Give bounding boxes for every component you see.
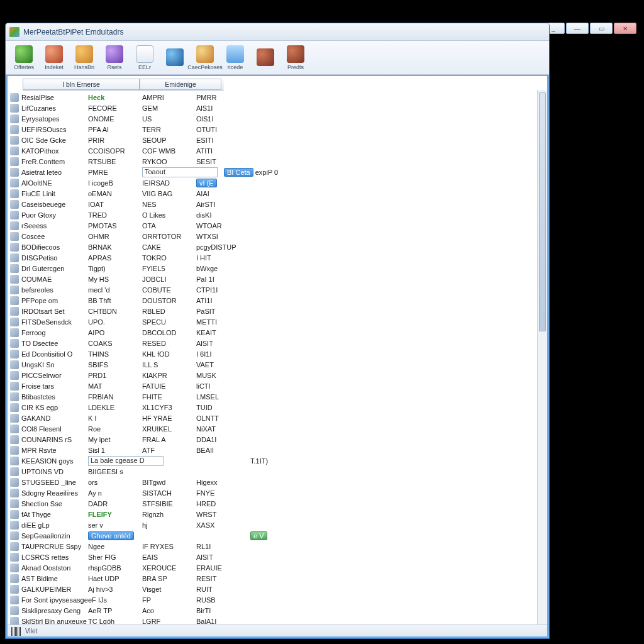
table-row[interactable]: diEE gLpser vhjXASX xyxy=(10,519,545,530)
table-row[interactable]: OIC Sde GckePRIRSEOUPESITI xyxy=(10,135,545,145)
row-col2: COBUTE xyxy=(142,286,196,294)
table-row[interactable]: Drl GutercgenTigpt)FYIEL5bWxge xyxy=(10,263,545,274)
toolbar-button-4[interactable]: EELr xyxy=(130,43,159,73)
table-row[interactable]: LCSRCS rettesSher FIGEAISAlSIT xyxy=(10,552,545,562)
toolbar-button-6[interactable]: CaecPekoses xyxy=(191,43,219,73)
toolbar-button-7[interactable]: ricede xyxy=(221,43,250,73)
toolbar-button-8[interactable] xyxy=(251,43,280,73)
row-name: Ed Dcontisitiol O xyxy=(21,350,88,358)
table-row[interactable]: Aknad OoststonrhspGDBBXEROUCEERAUIE xyxy=(10,562,545,573)
table-row[interactable]: IRDOtsart SetCHTBDNRBLEDPaSIT xyxy=(10,306,545,316)
table-row[interactable]: fAt ThygeFLEIFYRignzhWRST xyxy=(10,509,545,519)
table-row[interactable]: UPTOINS VDBIIGEESI s xyxy=(10,466,545,477)
table-row[interactable]: Sisklipresaxy GengAeR TPAcoBirTI xyxy=(10,605,545,616)
selection-badge[interactable]: BI Ceta xyxy=(224,168,253,177)
toolbar-label: Offertes xyxy=(14,64,34,70)
row-col2: DBCOLOD xyxy=(142,329,196,336)
toolbar-button-3[interactable]: Rsets xyxy=(100,43,129,73)
table-row[interactable]: KEEASION goysLa bale cgease DT.1IT) xyxy=(10,455,545,466)
row-icon xyxy=(10,114,19,123)
table-row[interactable]: COUNARINS rSMy ipetFRAL ADDA1I xyxy=(10,434,545,445)
table-row[interactable]: AIOoItlNEI icogeBIEIRSADvI (E xyxy=(10,177,545,188)
row-icon xyxy=(10,104,19,113)
table-row[interactable]: COl8 FlesenlRoeXRUIKELNiXAT xyxy=(10,423,545,434)
table-row[interactable]: rSeeessPMOTASOTAWTOAR xyxy=(10,220,545,231)
toolbar-label: EELr xyxy=(138,64,151,70)
close-button[interactable]: ✕ xyxy=(614,23,636,34)
row-icon xyxy=(10,243,19,252)
table-row[interactable]: AST BidimeHaet UDPBRA SPRESIT xyxy=(10,573,545,584)
table-row[interactable]: befsreolesmecl 'dCOBUTECTPI1I xyxy=(10,284,545,295)
table-row[interactable]: FerroogAIPODBCOLODKEAIT xyxy=(10,327,545,338)
table-row[interactable]: GAKANDK IHF YRAEOLNTT xyxy=(10,413,545,423)
table-row[interactable]: BODifiecoosBRNAKCAKEpcgyDISTUP xyxy=(10,242,545,252)
table-row[interactable]: BtibastctesFRBIANFHITELMSEL xyxy=(10,391,545,402)
row-col2: SISTACH xyxy=(142,489,196,497)
table-row[interactable]: SepGeaailonzinGheve ontéde V xyxy=(10,530,545,541)
table-row[interactable]: FreR.ConttemRTSUBERYKOOSESIT xyxy=(10,156,545,167)
table-row[interactable]: ResialPiseHeckAMPRIPMRR xyxy=(10,92,545,103)
row-col3: I 6I1I xyxy=(196,350,240,358)
table-row[interactable]: TAUPRCRUE SspyNgeeIF RYXESRL1I xyxy=(10,541,545,552)
column-header-2[interactable]: Emidenige xyxy=(140,79,221,90)
green-badge[interactable]: e V xyxy=(250,531,267,540)
table-row[interactable]: STUGSEED _lineorsBITgwdHigexx xyxy=(10,477,545,487)
table-row[interactable]: GALKUPEIMERAj hiv>3VisgetRUIT xyxy=(10,584,545,594)
toolbar-button-1[interactable]: Indeket xyxy=(40,43,69,73)
table-row[interactable]: FITSDeSensdckUPO.SPECUMETTI xyxy=(10,316,545,327)
table-row[interactable]: COUMAEMy HSJOBCLIPaI 1I xyxy=(10,274,545,284)
table-row[interactable]: PFPope omBB ThftDOUSTORATI1I xyxy=(10,295,545,306)
table-row[interactable]: DISGPetisoAPRASTOKROI HIT xyxy=(10,252,545,263)
vertical-scrollbar[interactable] xyxy=(537,90,547,625)
table-row[interactable]: MPR RsvteSisl 1ATFBEAII xyxy=(10,445,545,455)
inline-edit-field[interactable]: La bale cgease D xyxy=(88,456,164,466)
titlebar[interactable]: MerPeetatBtPiPet Emduitadrs xyxy=(6,23,549,41)
table-row[interactable]: UEFIRSOuscsPFA AITERROTUTI xyxy=(10,124,545,135)
row-col1: SBIFS xyxy=(88,361,142,369)
table-row[interactable]: LifCuzanesFECOREGEMAlS1I xyxy=(10,103,545,113)
table-row[interactable]: CosceeOHMRORRTOTORWTXSI xyxy=(10,231,545,242)
table-row[interactable]: Sdogny ReaeilïresAy nSISTACHFNYE xyxy=(10,487,545,498)
table-row[interactable]: Ed Dcontisitiol OTHINSKHL fODI 6I1I xyxy=(10,348,545,359)
selection-badge-2[interactable]: vI (E xyxy=(196,179,217,187)
row-name: MPR Rsvte xyxy=(21,447,88,454)
toolbar-button-0[interactable]: Offertes xyxy=(9,43,38,73)
row-col2: BRA SP xyxy=(142,575,196,582)
toolbar-button-5[interactable] xyxy=(160,43,189,73)
row-col3: RESIT xyxy=(196,575,240,582)
row-col2: AMPRI xyxy=(142,94,196,101)
selected-cell[interactable]: Gheve ontéd xyxy=(88,531,134,540)
minimize-button[interactable]: — xyxy=(566,23,589,34)
edit-input[interactable]: Toaout xyxy=(142,167,218,177)
table-row[interactable]: TO DsecteeCOAKSRESEDAlSIT xyxy=(10,338,545,348)
row-col1: APRAS xyxy=(88,254,142,262)
column-header-1[interactable]: I bln Ernerse xyxy=(23,79,140,90)
table-row[interactable]: For Sont ipvysesasgeeF IJsFPRUSB xyxy=(10,594,545,605)
table-row[interactable]: Froise tarsMATFATUIEliCTI xyxy=(10,380,545,391)
table-row[interactable]: PICCSelrworPRD1KlAKPRMUSK xyxy=(10,370,545,380)
scroll-thumb[interactable] xyxy=(539,92,546,331)
row-col3: OLNTT xyxy=(196,414,240,422)
table-row[interactable]: Shection SseDADRSTFSIBIEHRED xyxy=(10,498,545,509)
table-row[interactable]: Asietrat leteoPMREToaoutBI Ceta expiP 0 xyxy=(10,167,545,177)
table-row[interactable]: Puor GtoxyTREDO LikesdisKI xyxy=(10,209,545,220)
row-icon xyxy=(10,403,19,412)
table-row[interactable]: UngsKI SnSBIFSILL SVAET xyxy=(10,359,545,370)
data-grid[interactable]: ResialPiseHeckAMPRIPMRRLifCuzanesFECOREG… xyxy=(8,91,547,636)
table-row[interactable]: CIR KS egpLDEKLEXL1CYF3TUID xyxy=(10,402,545,413)
toolbar-button-9[interactable]: Predts xyxy=(281,43,310,73)
status-text: Vilet xyxy=(25,628,37,635)
row-col2: BITgwd xyxy=(142,479,196,486)
row-col1: PRIR xyxy=(88,136,142,144)
maximize-button[interactable]: ▭ xyxy=(590,23,613,34)
toolbar-button-2[interactable]: HansBri xyxy=(70,43,99,73)
row-name: LCSRCS rettes xyxy=(21,553,88,561)
row-name: Shection Sse xyxy=(21,500,88,508)
table-row[interactable]: KATOPithoxCCOISOPRCOF WMBATITI xyxy=(10,145,545,156)
table-row[interactable]: CaseisbeuegeIOATNESAirSTI xyxy=(10,199,545,209)
table-row[interactable]: FiuCE LinitoEMANVIIG BAGAIAI xyxy=(10,188,545,199)
row-col2: US xyxy=(142,115,196,123)
row-name: KEEASION goys xyxy=(21,457,88,465)
row-icon xyxy=(10,382,19,391)
table-row[interactable]: EyrysatopesONOMEUSOlS1I xyxy=(10,113,545,124)
